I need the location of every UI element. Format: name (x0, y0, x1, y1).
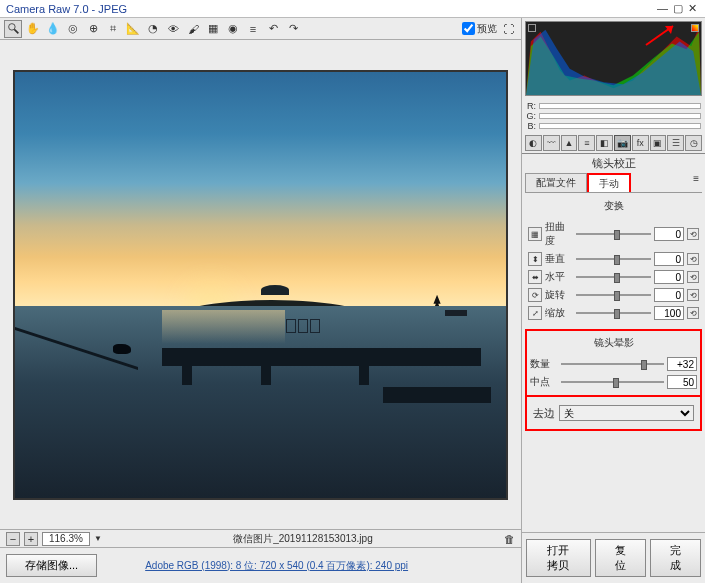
vertical-icon: ⬍ (528, 252, 542, 266)
tab-hsl-icon[interactable]: ≡ (578, 135, 595, 151)
spot-removal-icon[interactable]: ◔ (144, 20, 162, 38)
midpoint-slider[interactable] (561, 376, 664, 388)
zoom-bar: − + 116.3% ▼ 微信图片_20191128153013.jpg 🗑 (0, 529, 521, 547)
tab-detail-icon[interactable]: ▲ (561, 135, 578, 151)
vertical-slider[interactable] (576, 253, 651, 265)
target-adjust-icon[interactable]: ⊕ (84, 20, 102, 38)
crop-tool-icon[interactable]: ⌗ (104, 20, 122, 38)
file-name: 微信图片_20191128153013.jpg (106, 532, 500, 546)
toolbar: ✋ 💧 ◎ ⊕ ⌗ 📐 ◔ 👁 🖌 ▦ ◉ ≡ ↶ ↷ 预览 ⛶ (0, 18, 521, 40)
rotate-input[interactable] (654, 288, 684, 302)
svg-point-0 (8, 24, 15, 31)
defringe-select[interactable]: 关 (559, 405, 694, 421)
amount-row: 数量 (530, 357, 697, 371)
tab-split-icon[interactable]: ◧ (596, 135, 613, 151)
panel-title: 镜头校正 (522, 154, 705, 173)
tab-lens-icon[interactable]: 📷 (614, 135, 631, 151)
midpoint-input[interactable] (667, 375, 697, 389)
rgb-readout: R: G: B: (526, 101, 701, 131)
vertical-input[interactable] (654, 252, 684, 266)
defringe-section: 去边 关 (525, 397, 702, 431)
graduated-filter-icon[interactable]: ▦ (204, 20, 222, 38)
scale-row: ⤢ 缩放 ⟲ (528, 306, 699, 320)
distortion-input[interactable] (654, 227, 684, 241)
fullscreen-icon[interactable]: ⛶ (499, 20, 517, 38)
distortion-icon: ▦ (528, 227, 542, 241)
distortion-slider[interactable] (576, 228, 651, 240)
app-title: Camera Raw 7.0 - JPEG (6, 3, 127, 15)
svg-line-1 (14, 29, 18, 33)
rotate-reset[interactable]: ⟲ (687, 289, 699, 301)
adjustment-brush-icon[interactable]: 🖌 (184, 20, 202, 38)
histogram[interactable] (525, 21, 702, 96)
vignette-title: 镜头晕影 (530, 333, 697, 353)
open-copy-button[interactable]: 打开拷贝 (526, 539, 591, 577)
transform-section: 变换 ▦ 扭曲度 ⟲ ⬍ 垂直 ⟲ ⬌ 水平 ⟲ (522, 193, 705, 327)
radial-filter-icon[interactable]: ◉ (224, 20, 242, 38)
scale-slider[interactable] (576, 307, 651, 319)
zoom-in-button[interactable]: + (24, 532, 38, 546)
scale-input[interactable] (654, 306, 684, 320)
rotate-ccw-icon[interactable]: ↶ (264, 20, 282, 38)
redeye-icon[interactable]: 👁 (164, 20, 182, 38)
white-balance-icon[interactable]: 💧 (44, 20, 62, 38)
horizontal-input[interactable] (654, 270, 684, 284)
shadow-clip-icon[interactable] (528, 24, 536, 32)
distortion-reset[interactable]: ⟲ (687, 228, 699, 240)
transform-title: 变换 (528, 196, 699, 216)
preview-label: 预览 (477, 22, 497, 36)
rotate-row: ⟳ 旋转 ⟲ (528, 288, 699, 302)
maximize-icon[interactable]: ▢ (673, 2, 683, 14)
color-sampler-icon[interactable]: ◎ (64, 20, 82, 38)
straighten-icon[interactable]: 📐 (124, 20, 142, 38)
amount-slider[interactable] (561, 358, 664, 370)
distortion-row: ▦ 扭曲度 ⟲ (528, 220, 699, 248)
rotate-cw-icon[interactable]: ↷ (284, 20, 302, 38)
panel-tabs: ◐ 〰 ▲ ≡ ◧ 📷 fx ▣ ☰ ◷ (522, 133, 705, 154)
scale-icon: ⤢ (528, 306, 542, 320)
subtab-profile[interactable]: 配置文件 (525, 173, 587, 193)
rotate-slider[interactable] (576, 289, 651, 301)
title-bar: Camera Raw 7.0 - JPEG — ▢ ✕ (0, 0, 705, 18)
minimize-icon[interactable]: — (657, 2, 668, 14)
scale-reset[interactable]: ⟲ (687, 307, 699, 319)
amount-input[interactable] (667, 357, 697, 371)
vertical-row: ⬍ 垂直 ⟲ (528, 252, 699, 266)
close-icon[interactable]: ✕ (688, 2, 697, 14)
midpoint-row: 中点 (530, 375, 697, 389)
vertical-reset[interactable]: ⟲ (687, 253, 699, 265)
rotate-icon: ⟳ (528, 288, 542, 302)
horizontal-reset[interactable]: ⟲ (687, 271, 699, 283)
defringe-label: 去边 (533, 406, 555, 421)
horizontal-icon: ⬌ (528, 270, 542, 284)
hand-tool-icon[interactable]: ✋ (24, 20, 42, 38)
reset-button[interactable]: 复位 (595, 539, 646, 577)
subtabs: 配置文件 手动 (522, 173, 705, 193)
image-preview[interactable] (13, 70, 508, 500)
vignette-section: 镜头晕影 数量 中点 (525, 329, 702, 397)
tab-curve-icon[interactable]: 〰 (543, 135, 560, 151)
save-image-button[interactable]: 存储图像... (6, 554, 97, 577)
done-button[interactable]: 完成 (650, 539, 701, 577)
tab-fx-icon[interactable]: fx (632, 135, 649, 151)
zoom-tool-icon[interactable] (4, 20, 22, 38)
workflow-link[interactable]: Adobe RGB (1998): 8 位: 720 x 540 (0.4 百万… (105, 559, 515, 573)
horizontal-row: ⬌ 水平 ⟲ (528, 270, 699, 284)
preview-checkbox[interactable] (462, 22, 475, 35)
tab-camera-icon[interactable]: ▣ (650, 135, 667, 151)
tab-basic-icon[interactable]: ◐ (525, 135, 542, 151)
zoom-value[interactable]: 116.3% (42, 532, 90, 546)
subtab-manual[interactable]: 手动 (587, 173, 631, 193)
horizontal-slider[interactable] (576, 271, 651, 283)
tab-presets-icon[interactable]: ☰ (667, 135, 684, 151)
zoom-out-button[interactable]: − (6, 532, 20, 546)
highlight-clip-icon[interactable] (691, 24, 699, 32)
tab-snapshot-icon[interactable]: ◷ (685, 135, 702, 151)
prefs-icon[interactable]: ≡ (244, 20, 262, 38)
trash-icon[interactable]: 🗑 (504, 533, 515, 545)
